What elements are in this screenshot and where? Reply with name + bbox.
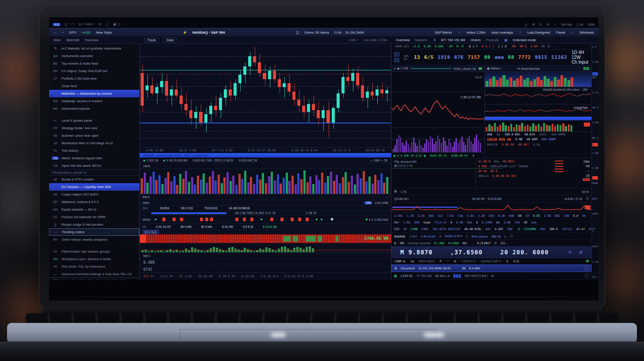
sidebar-item[interactable]: 25Alerts: breakout signal rules (49, 154, 139, 162)
candle[interactable] (160, 81, 163, 87)
sidebar-item[interactable]: TirTick history (49, 147, 139, 154)
sidebar-item[interactable]: a2Bonds & ETFs screen (49, 176, 139, 183)
sidebar-item[interactable]: P2Strategy tester: live runs (49, 124, 139, 132)
sidebar-chip[interactable]: M (96, 280, 101, 280)
candle[interactable] (180, 96, 183, 104)
candle[interactable] (175, 89, 178, 96)
candle[interactable] (317, 110, 320, 119)
candle[interactable] (346, 77, 349, 81)
price-ticker-row[interactable]: WS-90 136/51919876715789ama8877729815513… (391, 50, 591, 65)
candle[interactable] (376, 89, 379, 96)
candle[interactable] (273, 71, 276, 79)
candle[interactable] (253, 56, 256, 62)
grid-icon[interactable]: ▥ (579, 250, 583, 254)
sidebar-item[interactable]: 20Filled trades: last session groups (49, 248, 139, 255)
filter-chip[interactable]: BO4 W-8 (142, 230, 159, 234)
candle[interactable] (332, 108, 335, 123)
candle[interactable] (297, 100, 300, 106)
selection-bar[interactable]: 188 8818 · session range 09:30 – 16:00 ·… (140, 153, 391, 157)
header-right[interactable]: A B Br | D 31 (565, 197, 583, 200)
order-book-control[interactable]: (3) (586, 174, 590, 177)
sidebar-item[interactable]: BGTop movers & index feed (49, 60, 139, 67)
sidebar-chip[interactable]: EG (52, 280, 59, 280)
candle[interactable] (204, 114, 207, 123)
candle[interactable] (278, 79, 281, 88)
candle[interactable] (194, 112, 197, 118)
candle[interactable] (141, 73, 144, 106)
sidebar-item[interactable]: CCFutures roll calendar for DRW (49, 213, 139, 221)
sidebar-chip[interactable]: 4P (61, 280, 69, 280)
sidebar-item[interactable]: HHOrder history: weekly snapshot (49, 236, 139, 243)
session-label[interactable]: Demo 28 Vama (305, 31, 329, 35)
sidebar-item[interactable]: Q3Instruments overview (49, 52, 139, 60)
sidebar-item[interactable]: NGInstrument explorer (49, 105, 139, 112)
candle[interactable] (268, 71, 271, 79)
style-dropdown[interactable]: New Style (96, 31, 112, 35)
expand-icon[interactable]: ⊡ (586, 197, 589, 200)
sidebar-chip[interactable]: N (104, 280, 109, 280)
sidebar-item[interactable]: GDWorkspace sync: devices & feeds (49, 255, 139, 263)
sidebar-item[interactable]: DFWatchers: indices & FX 0 (49, 198, 139, 206)
candlestick-chart[interactable] (140, 44, 391, 148)
candle[interactable] (209, 106, 212, 114)
signal-marker-row[interactable]: WWS ♦ 4 2 DELN34 (140, 215, 391, 223)
candle[interactable] (184, 104, 188, 110)
sidebar-item[interactable]: EU Session — Liquidity heat 32M (49, 183, 139, 191)
toolbar-menu-items[interactable]: S&P BlendYIndex 2.2BnAuto overlays?Last … (435, 31, 594, 35)
candle[interactable] (165, 81, 168, 96)
sidebar-chip[interactable]: Y (79, 280, 84, 280)
sidebar-chip[interactable]: D (111, 280, 117, 280)
sidebar-item[interactable]: GGEquity baskets — AV-11 (49, 206, 139, 213)
order-book-control[interactable]: O5H (583, 160, 590, 163)
sidebar-item[interactable]: Order flow (49, 82, 139, 90)
candle[interactable] (312, 104, 315, 110)
sidebar-item[interactable]: -:-Pending orders (49, 228, 139, 236)
tab-trade[interactable]: Trade (144, 38, 159, 42)
chip-row[interactable]: BO4 W-8 (140, 229, 391, 234)
candle[interactable] (243, 66, 246, 75)
ticker-title[interactable]: NASDAQ · S&P 500 (192, 31, 225, 35)
candle[interactable] (170, 89, 173, 96)
pending-order-row[interactable]: 1.876 5C 77.707.201 $8 Ma.1-A 9/81 K8G73… (391, 272, 591, 280)
tab-main[interactable]: Main (54, 38, 61, 42)
back-icon[interactable]: ← (54, 31, 57, 35)
candle[interactable] (248, 56, 251, 66)
candle[interactable] (189, 110, 192, 119)
candle[interactable] (155, 87, 158, 93)
timeframe-switcher[interactable]: 1D 4H 12W · Ch Input (571, 50, 589, 65)
pause-icon[interactable]: ◫ (296, 31, 299, 35)
candle[interactable] (292, 92, 295, 100)
sidebar-item[interactable]: 99Risk limits: P&L by instrument (49, 263, 139, 270)
candle[interactable] (199, 112, 202, 122)
volume-histogram[interactable] (140, 169, 391, 194)
sidebar-item[interactable]: CSOpen risk this week: 8972c (49, 162, 139, 169)
subpanel-live-header[interactable]: ◴ ◉ 1.798 R0bn | A0wG 3w (391, 65, 484, 72)
progress-row[interactable]: · 98 2.98.7050 | 6.2M1 0 LV 78 C 98 78 (140, 211, 391, 215)
sidebar-item[interactable]: GfMomentum filter in Drill stage 4×10 (49, 139, 139, 147)
tab-watchlist[interactable]: Watchlist (66, 38, 79, 42)
quotes-grid[interactable]: 2.3911.385.258466127.633165.6A1.288309.3… (391, 212, 591, 233)
sidebar-item[interactable]: ⚗A-Z Markets: list of synthetic instrume… (49, 45, 139, 52)
tab-overview[interactable]: Overview (84, 38, 98, 42)
titlebar-right-icons[interactable]: ◴⚙G%→6M·Mw▯ 481MM (525, 23, 595, 27)
candle[interactable] (214, 106, 217, 110)
sidebar-item[interactable]: StiScanner: price near open (49, 132, 139, 139)
symbol-label[interactable]: GPX (69, 31, 77, 35)
sidebar-item[interactable]: Watchlist — Autosorted by volume (49, 90, 139, 97)
candle[interactable] (288, 83, 291, 92)
alert-chip[interactable] (584, 123, 590, 127)
candle[interactable] (224, 89, 227, 98)
candle[interactable] (380, 89, 383, 93)
order-book-control[interactable]: ⌄ (587, 169, 590, 173)
candle[interactable] (366, 92, 369, 98)
order-book-control[interactable]: 7M (586, 165, 590, 168)
candle[interactable] (356, 73, 359, 85)
sidebar-item[interactable]: A1Crypto majors 24/7 A2F9 (49, 191, 139, 198)
indicator-row-nbm[interactable]: NBM 199 4.6G M88 (140, 200, 391, 205)
candle[interactable] (146, 85, 149, 91)
candle[interactable] (234, 83, 237, 96)
sidebar-item[interactable]: []Margin usage & risk preview (49, 221, 139, 228)
sidebar-chip[interactable]: 5C (119, 280, 126, 280)
metric-row-176[interactable]: ▤ 1.76 6d M (391, 188, 591, 195)
subpanel-markets-header[interactable]: ◼ G8mka ↑ Pr 8mwh/8wG8d 98 (485, 65, 591, 72)
